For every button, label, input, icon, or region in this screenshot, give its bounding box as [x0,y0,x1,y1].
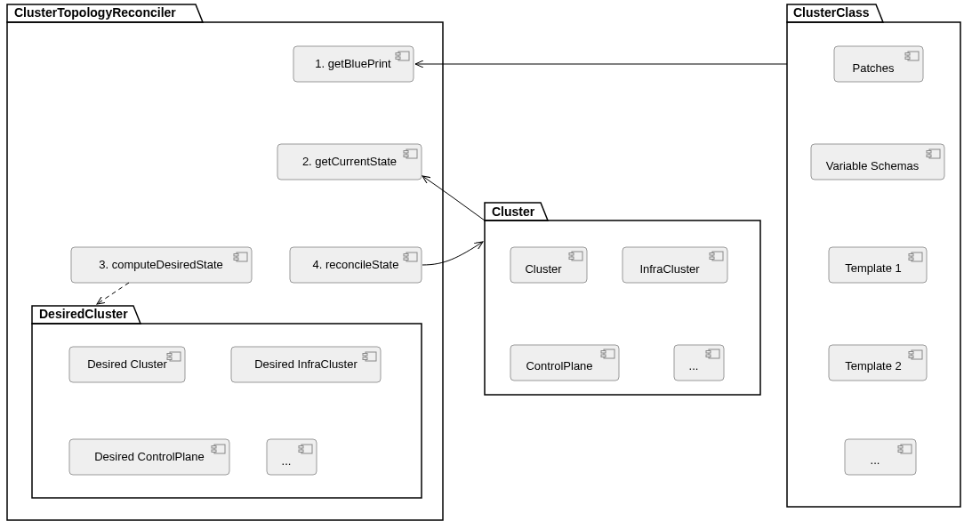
component-desired-cluster: Desired Cluster [69,347,185,382]
component-template2-label: Template 2 [845,359,902,373]
component-clusterclass-more-label: ... [871,453,880,467]
component-step4-label: 4. reconcileState [313,258,399,271]
component-template1-label: Template 1 [845,261,902,275]
component-template1: Template 1 [829,247,927,283]
component-step1: 1. getBluePrint [293,46,414,82]
component-variable-schemas: Variable Schemas [811,144,944,180]
component-step2-label: 2. getCurrentState [302,155,397,168]
component-step1-label: 1. getBluePrint [315,57,391,70]
component-infracluster-label: InfraCluster [639,262,700,276]
package-cluster-title: Cluster [492,204,535,219]
component-desired-more: ... [267,439,317,475]
component-step2: 2. getCurrentState [277,144,422,180]
component-infracluster: InfraCluster [623,247,727,283]
component-controlplane-label: ControlPlane [526,359,592,373]
component-patches: Patches [834,46,923,82]
component-step3-label: 3. computeDesiredState [99,258,222,271]
component-desired-infracluster: Desired InfraCluster [231,347,381,382]
component-variable-schemas-label: Variable Schemas [826,159,920,172]
component-cluster: Cluster [510,247,587,283]
component-desired-more-label: ... [282,454,292,468]
component-template2: Template 2 [829,345,927,381]
component-desired-infracluster-label: Desired InfraCluster [254,357,357,371]
component-patches-label: Patches [853,61,895,75]
component-clusterclass-more: ... [845,439,916,475]
component-desired-cluster-label: Desired Cluster [87,357,167,371]
arrow-compute-to-desired [97,283,129,304]
package-reconciler-title: ClusterTopologyReconciler [14,5,176,20]
arrow-reconcile-to-cluster [422,242,483,265]
component-cluster-label: Cluster [525,262,562,276]
component-step4: 4. reconcileState [290,247,422,283]
component-desired-controlplane-label: Desired ControlPlane [94,450,205,463]
arrow-cluster-to-currentstate [422,176,485,220]
component-cluster-more-label: ... [689,359,699,373]
component-step3: 3. computeDesiredState [71,247,252,283]
package-cluster-class-title: ClusterClass [793,5,870,20]
package-desired-cluster-title: DesiredCluster [39,307,128,321]
component-controlplane: ControlPlane [510,345,619,381]
component-desired-controlplane: Desired ControlPlane [69,439,229,475]
component-cluster-more: ... [674,345,724,381]
